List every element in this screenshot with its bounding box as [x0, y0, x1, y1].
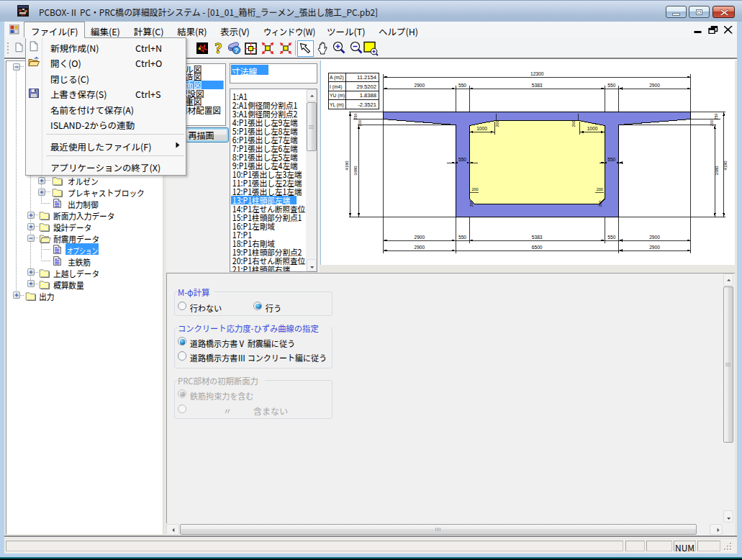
svg-text:200: 200: [598, 200, 602, 207]
svg-text:?: ?: [215, 40, 222, 55]
svg-text:A (m2): A (m2): [330, 75, 344, 81]
svg-text:250: 250: [714, 113, 718, 119]
svg-text:200: 200: [597, 187, 603, 191]
svg-text:200: 200: [358, 119, 362, 126]
svg-text:2900: 2900: [649, 235, 660, 240]
svg-text:2900: 2900: [649, 245, 660, 250]
svg-text:200: 200: [471, 187, 478, 191]
svg-text:5383: 5383: [532, 83, 543, 88]
svg-text:3680: 3680: [715, 166, 719, 176]
svg-text:550: 550: [607, 83, 615, 88]
svg-text:550: 550: [458, 157, 466, 162]
svg-text:2900: 2900: [649, 83, 660, 88]
svg-text:I (m4): I (m4): [330, 84, 342, 90]
svg-text:YU (m): YU (m): [330, 93, 345, 99]
svg-text:12300: 12300: [530, 71, 544, 76]
svg-text:200: 200: [571, 120, 576, 127]
svg-text:1000: 1000: [476, 126, 487, 131]
svg-text:550: 550: [458, 83, 466, 88]
svg-text:250: 250: [353, 113, 358, 119]
svg-text:YL (m): YL (m): [330, 102, 344, 108]
svg-text:200: 200: [495, 120, 499, 127]
svg-text:200: 200: [469, 200, 474, 207]
svg-text:?: ?: [235, 46, 239, 54]
svg-text:4180: 4180: [345, 161, 349, 171]
svg-text:2900: 2900: [415, 245, 425, 250]
svg-text:550: 550: [607, 235, 615, 240]
svg-text:550: 550: [458, 235, 466, 240]
svg-text:1000: 1000: [587, 126, 598, 131]
svg-text:4180: 4180: [723, 161, 728, 171]
svg-text:6500: 6500: [532, 245, 543, 250]
svg-text:2900: 2900: [415, 235, 425, 240]
svg-text:1.8388: 1.8388: [360, 92, 376, 99]
svg-text:5383: 5383: [532, 235, 543, 240]
svg-text:2900: 2900: [415, 83, 425, 88]
svg-text:550: 550: [607, 157, 615, 162]
svg-text:3680: 3680: [353, 166, 358, 176]
svg-text:200: 200: [710, 119, 714, 126]
svg-text:11.2154: 11.2154: [357, 74, 376, 81]
svg-text:-2.3521: -2.3521: [358, 101, 376, 108]
svg-text:29.5202: 29.5202: [357, 83, 376, 90]
